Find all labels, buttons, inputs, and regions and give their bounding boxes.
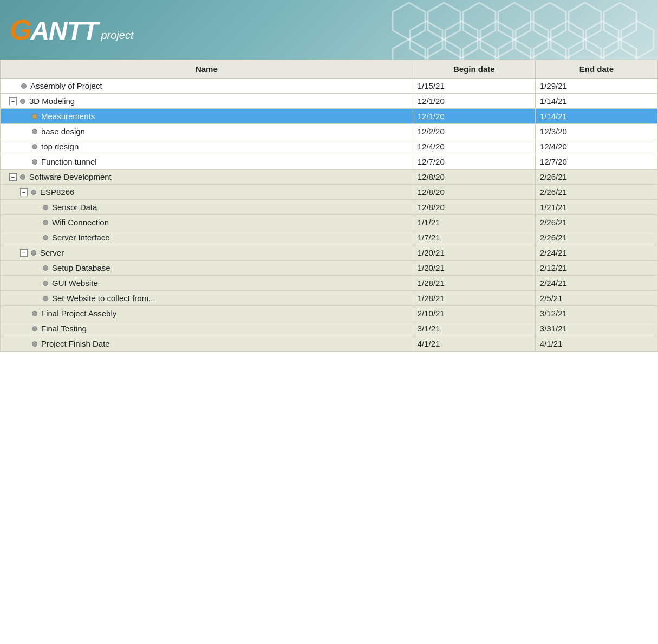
task-name-cell: Final Testing <box>1 321 413 336</box>
task-name-cell: GUI Website <box>1 276 413 291</box>
task-dot <box>32 159 37 165</box>
task-begin-date: 12/7/20 <box>413 154 535 170</box>
task-name-cell: Sensor Data <box>1 200 413 215</box>
task-name-cell: Assembly of Project <box>1 79 413 94</box>
task-dot <box>31 190 36 195</box>
task-begin-date: 2/10/21 <box>413 306 535 321</box>
task-begin-date: 12/1/20 <box>413 94 535 109</box>
task-begin-date: 3/1/21 <box>413 321 535 336</box>
table-header-row: Name Begin date End date <box>1 60 658 79</box>
task-end-date: 2/26/21 <box>535 185 657 200</box>
task-name-cell: −Server <box>1 245 413 261</box>
task-dot <box>43 281 48 286</box>
task-dot <box>20 99 25 104</box>
task-end-date: 2/26/21 <box>535 170 657 185</box>
task-table: Name Begin date End date Assembly of Pro… <box>0 60 658 352</box>
table-row[interactable]: Set Website to collect from...1/28/212/5… <box>1 291 658 306</box>
task-end-date: 2/26/21 <box>535 230 657 245</box>
table-row[interactable]: −ESP826612/8/202/26/21 <box>1 185 658 200</box>
task-begin-date: 12/4/20 <box>413 139 535 154</box>
task-begin-date: 12/8/20 <box>413 170 535 185</box>
task-name-label: Wifi Connection <box>52 218 109 227</box>
task-dot <box>31 250 36 256</box>
task-dot <box>32 144 37 149</box>
collapse-button[interactable]: − <box>20 249 28 257</box>
task-name-label: Software Development <box>29 172 112 181</box>
table-row[interactable]: base design12/2/2012/3/20 <box>1 124 658 139</box>
task-end-date: 3/12/21 <box>535 306 657 321</box>
task-name-label: Final Testing <box>41 324 87 333</box>
task-dot <box>32 341 37 347</box>
task-name-cell: top design <box>1 139 413 154</box>
task-dot <box>32 326 37 331</box>
col-begin-date: Begin date <box>413 60 535 79</box>
task-name-label: Function tunnel <box>41 157 97 166</box>
task-name-label: Server Interface <box>52 233 110 242</box>
task-name-cell: Function tunnel <box>1 154 413 170</box>
task-name-cell: −Software Development <box>1 170 413 185</box>
table-row[interactable]: −3D Modeling12/1/201/14/21 <box>1 94 658 109</box>
table-row[interactable]: Sensor Data12/8/201/21/21 <box>1 200 658 215</box>
logo-antt: ANTT <box>30 18 97 44</box>
table-row[interactable]: Measurements12/1/201/14/21 <box>1 109 658 124</box>
task-name-cell: Set Website to collect from... <box>1 291 413 306</box>
task-dot <box>20 174 25 180</box>
task-begin-date: 12/8/20 <box>413 200 535 215</box>
task-name-label: GUI Website <box>52 278 98 288</box>
task-end-date: 4/1/21 <box>535 336 657 352</box>
task-end-date: 2/24/21 <box>535 276 657 291</box>
task-dot <box>43 296 48 301</box>
task-name-cell: −ESP8266 <box>1 185 413 200</box>
task-dot <box>32 114 37 119</box>
col-end-date: End date <box>535 60 657 79</box>
task-begin-date: 1/20/21 <box>413 245 535 261</box>
task-end-date: 12/4/20 <box>535 139 657 154</box>
table-row[interactable]: Final Project Assebly2/10/213/12/21 <box>1 306 658 321</box>
table-row[interactable]: −Software Development12/8/202/26/21 <box>1 170 658 185</box>
task-name-label: Set Website to collect from... <box>52 294 155 303</box>
task-end-date: 2/26/21 <box>535 215 657 230</box>
task-begin-date: 1/1/21 <box>413 215 535 230</box>
collapse-button[interactable]: − <box>20 188 28 196</box>
task-dot <box>43 265 48 271</box>
table-row[interactable]: −Server1/20/212/24/21 <box>1 245 658 261</box>
task-begin-date: 12/8/20 <box>413 185 535 200</box>
app-header: G ANTT project <box>0 0 658 60</box>
task-end-date: 12/3/20 <box>535 124 657 139</box>
task-name-label: Setup Database <box>52 263 110 272</box>
task-begin-date: 1/28/21 <box>413 276 535 291</box>
task-name-label: base design <box>41 127 85 136</box>
table-row[interactable]: Project Finish Date4/1/214/1/21 <box>1 336 658 352</box>
table-row[interactable]: GUI Website1/28/212/24/21 <box>1 276 658 291</box>
task-dot <box>21 83 27 89</box>
task-name-cell: base design <box>1 124 413 139</box>
logo-project: project <box>101 29 133 42</box>
task-dot <box>43 205 48 210</box>
task-name-cell: Wifi Connection <box>1 215 413 230</box>
task-end-date: 1/14/21 <box>535 109 657 124</box>
table-row[interactable]: Setup Database1/20/212/12/21 <box>1 261 658 276</box>
task-begin-date: 12/2/20 <box>413 124 535 139</box>
table-row[interactable]: Final Testing3/1/213/31/21 <box>1 321 658 336</box>
table-row[interactable]: top design12/4/2012/4/20 <box>1 139 658 154</box>
task-dot <box>32 129 37 134</box>
task-begin-date: 1/28/21 <box>413 291 535 306</box>
task-name-label: Measurements <box>41 112 95 121</box>
table-row[interactable]: Wifi Connection1/1/212/26/21 <box>1 215 658 230</box>
table-row[interactable]: Function tunnel12/7/2012/7/20 <box>1 154 658 170</box>
collapse-button[interactable]: − <box>9 173 17 181</box>
task-end-date: 3/31/21 <box>535 321 657 336</box>
task-end-date: 1/14/21 <box>535 94 657 109</box>
task-end-date: 2/5/21 <box>535 291 657 306</box>
task-name-label: top design <box>41 142 79 151</box>
collapse-button[interactable]: − <box>9 97 17 105</box>
table-row[interactable]: Server Interface1/7/212/26/21 <box>1 230 658 245</box>
table-row[interactable]: Assembly of Project1/15/211/29/21 <box>1 79 658 94</box>
app-logo: G ANTT project <box>10 16 133 44</box>
task-name-label: Assembly of Project <box>30 81 102 90</box>
task-end-date: 1/21/21 <box>535 200 657 215</box>
logo-g: G <box>10 16 30 44</box>
task-name-cell: Final Project Assebly <box>1 306 413 321</box>
task-name-label: Sensor Data <box>52 203 97 212</box>
task-name-label: Server <box>40 248 64 257</box>
